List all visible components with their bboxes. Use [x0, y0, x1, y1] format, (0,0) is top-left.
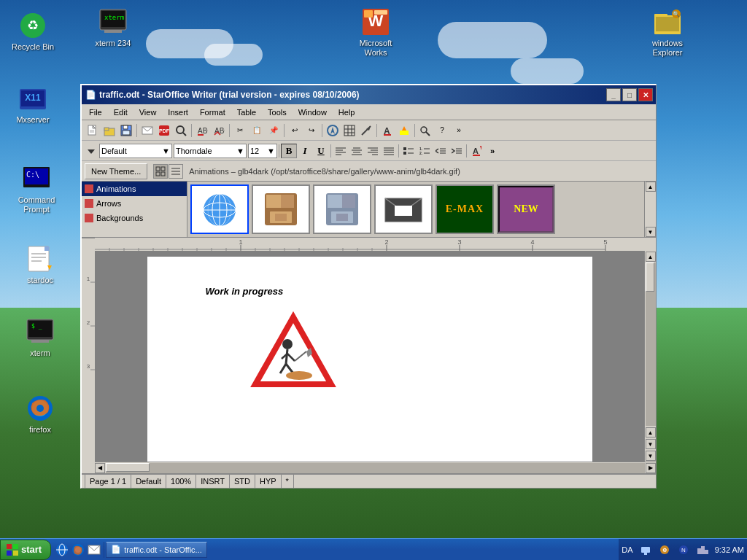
- find-button[interactable]: [173, 122, 189, 139]
- align-left-button[interactable]: [333, 144, 349, 158]
- navigator-button[interactable]: [325, 122, 341, 139]
- scroll-up-button[interactable]: ▲: [646, 252, 656, 262]
- svg-rect-5: [104, 30, 122, 33]
- firefox-icon[interactable]: firefox: [15, 394, 66, 435]
- gallery-view-grid[interactable]: [153, 164, 168, 179]
- gallery-category-arrows[interactable]: Arrows: [82, 196, 187, 211]
- xterm234-image: xterm: [98, 7, 128, 36]
- quicklaunch-ie[interactable]: [54, 542, 70, 558]
- thumb-envelope[interactable]: [374, 184, 433, 234]
- gallery-category-backgrounds[interactable]: Backgrounds: [82, 211, 187, 225]
- hscroll-left-button[interactable]: ◀: [95, 463, 105, 473]
- cmd-icon[interactable]: C:\ Command Prompt: [11, 164, 62, 214]
- gallery-sidebar: Animations Arrows Backgrounds ▶: [82, 182, 187, 237]
- bold-button[interactable]: B: [281, 144, 297, 158]
- xterm-icon[interactable]: $ _ xterm: [15, 317, 66, 358]
- thumb-new[interactable]: NEW: [497, 184, 555, 234]
- minimize-button[interactable]: _: [606, 88, 621, 101]
- scroll-end-button[interactable]: ▼: [646, 451, 656, 461]
- thumb-globe[interactable]: [190, 184, 249, 234]
- menu-file[interactable]: File: [83, 105, 108, 120]
- hscroll-thumb[interactable]: [106, 463, 150, 472]
- hscroll-track[interactable]: [106, 463, 645, 473]
- style-dropdown[interactable]: Default ▼: [99, 144, 172, 158]
- table-button[interactable]: [341, 122, 357, 139]
- windows-explorer-icon[interactable]: 🔍 windows Explorer: [642, 7, 693, 58]
- email-button[interactable]: [139, 122, 155, 139]
- tray-icon-3[interactable]: N: [676, 542, 692, 558]
- menu-view[interactable]: View: [133, 105, 163, 120]
- start-button[interactable]: start: [0, 540, 51, 560]
- menu-insert[interactable]: Insert: [162, 105, 194, 120]
- save-button[interactable]: [118, 122, 134, 139]
- new-button[interactable]: [85, 122, 101, 139]
- align-center-button[interactable]: [349, 144, 365, 158]
- gallery-category-animations[interactable]: Animations: [82, 182, 187, 196]
- menu-edit[interactable]: Edit: [108, 105, 133, 120]
- highlight-button[interactable]: [396, 122, 412, 139]
- list-button[interactable]: [400, 144, 417, 158]
- scroll-track[interactable]: [646, 262, 656, 426]
- xterm-label: xterm: [30, 349, 50, 358]
- redo-button[interactable]: ↪: [303, 122, 320, 139]
- outdent-button[interactable]: [433, 144, 449, 158]
- hscroll-right-button[interactable]: ▶: [646, 463, 656, 473]
- italic-button[interactable]: I: [297, 144, 313, 158]
- thumb-disk1[interactable]: [252, 184, 310, 234]
- open-button[interactable]: [101, 122, 117, 139]
- tray-icon-2[interactable]: ⚙: [657, 542, 673, 558]
- close-button[interactable]: ✕: [638, 88, 653, 101]
- thumb-emax[interactable]: E-MAX: [436, 184, 494, 234]
- style-arrow[interactable]: [83, 143, 99, 159]
- thumb-disk2[interactable]: [313, 184, 371, 234]
- insert-mode[interactable]: INSRT: [196, 475, 230, 488]
- quicklaunch-browser[interactable]: [70, 542, 86, 558]
- tray-icon-1[interactable]: [638, 542, 654, 558]
- menu-table[interactable]: Table: [231, 105, 262, 120]
- spellcheck-button[interactable]: ABC: [194, 122, 210, 139]
- maximize-button[interactable]: □: [622, 88, 637, 101]
- fontcolor2-button[interactable]: A: [468, 144, 484, 158]
- paste-button[interactable]: 📌: [266, 122, 282, 139]
- indent-button[interactable]: [449, 144, 465, 158]
- xterm234-icon[interactable]: xterm xterm 234: [88, 7, 139, 48]
- new-theme-button[interactable]: New Theme...: [85, 163, 147, 179]
- gallery-scroll-down[interactable]: ▼: [646, 227, 656, 237]
- scroll-prev-button[interactable]: ▲: [646, 427, 656, 438]
- menu-format[interactable]: Format: [194, 105, 231, 120]
- gallery-view-list[interactable]: [169, 164, 183, 179]
- numberedlist-button[interactable]: 1.2.: [417, 144, 433, 158]
- copy-button[interactable]: 📋: [249, 122, 265, 139]
- autocorrect-button[interactable]: ABC: [211, 122, 227, 139]
- more-toolbar-button[interactable]: »: [451, 122, 467, 139]
- mxserver-icon[interactable]: X11 Mxserver: [7, 84, 58, 125]
- taskbar-window-button[interactable]: 📄 traffic.odt - StarOffic...: [106, 542, 207, 558]
- document-content[interactable]: Work in progress: [95, 251, 644, 462]
- gallery-scroll-up[interactable]: ▲: [646, 182, 656, 192]
- underline-button[interactable]: U: [313, 144, 329, 158]
- fontcolor-button[interactable]: A: [379, 122, 395, 139]
- align-right-button[interactable]: [365, 144, 381, 158]
- quicklaunch-mail[interactable]: [86, 542, 102, 558]
- menu-tools[interactable]: Tools: [262, 105, 293, 120]
- size-dropdown[interactable]: 12 ▼: [248, 144, 277, 158]
- svg-point-163: [282, 339, 293, 349]
- find2-button[interactable]: [417, 122, 433, 139]
- more-format-button[interactable]: »: [484, 144, 500, 158]
- msworks-icon[interactable]: W Microsoft Works: [350, 7, 401, 58]
- scroll-thumb[interactable]: [646, 262, 654, 292]
- menu-window[interactable]: Window: [293, 105, 333, 120]
- recycle-bin-icon[interactable]: ♻ Recycle Bin: [7, 11, 58, 52]
- tray-icon-network[interactable]: [694, 542, 711, 558]
- font-dropdown[interactable]: Thorndale ▼: [174, 144, 247, 158]
- cut-button[interactable]: ✂: [232, 122, 248, 139]
- draw-button[interactable]: [358, 122, 374, 139]
- scroll-next-button[interactable]: ▼: [646, 439, 656, 449]
- justify-button[interactable]: [381, 144, 397, 158]
- pdf-button[interactable]: PDF: [156, 122, 172, 139]
- menu-help[interactable]: Help: [333, 105, 361, 120]
- stardoc-icon[interactable]: stardoc: [15, 244, 66, 285]
- help-button[interactable]: ?: [434, 122, 450, 139]
- svg-text:1: 1: [87, 276, 90, 282]
- undo-button[interactable]: ↩: [287, 122, 303, 139]
